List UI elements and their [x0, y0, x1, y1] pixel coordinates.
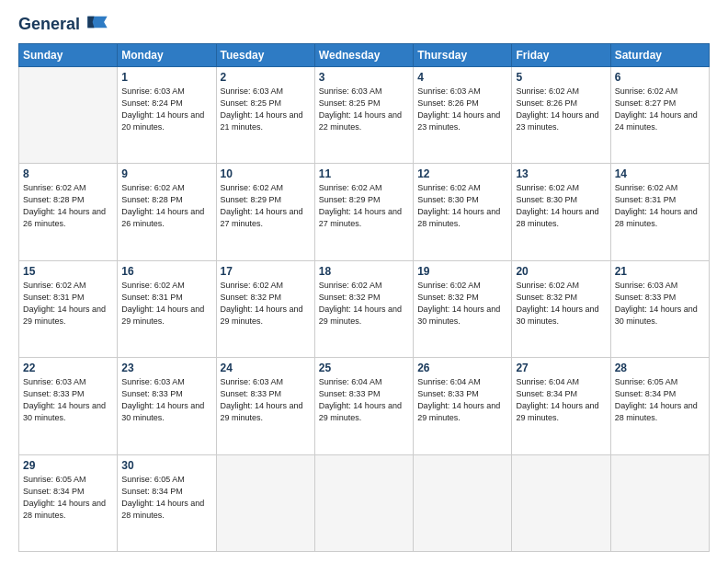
day-number: 25	[319, 362, 409, 374]
day-cell-26: 26 Sunrise: 6:04 AMSunset: 8:33 PMDaylig…	[414, 358, 512, 454]
day-cell-24: 24 Sunrise: 6:03 AMSunset: 8:33 PMDaylig…	[216, 358, 314, 454]
day-cell-14: 14 Sunrise: 6:02 AMSunset: 8:31 PMDaylig…	[610, 164, 709, 260]
day-info: Sunrise: 6:03 AMSunset: 8:26 PMDaylight:…	[417, 86, 507, 133]
day-cell-30: 30 Sunrise: 6:05 AMSunset: 8:34 PMDaylig…	[118, 454, 216, 551]
day-info: Sunrise: 6:03 AMSunset: 8:33 PMDaylight:…	[615, 280, 705, 327]
day-number: 28	[615, 362, 705, 374]
day-cell-19: 19 Sunrise: 6:02 AMSunset: 8:32 PMDaylig…	[414, 260, 512, 357]
col-header-thursday: Thursday	[414, 43, 512, 66]
day-cell-2: 2 Sunrise: 6:03 AMSunset: 8:25 PMDayligh…	[216, 66, 314, 163]
day-info: Sunrise: 6:05 AMSunset: 8:34 PMDaylight:…	[121, 474, 211, 522]
day-number: 9	[121, 167, 211, 180]
calendar-header-row: SundayMondayTuesdayWednesdayThursdayFrid…	[19, 43, 710, 66]
day-number: 27	[516, 362, 606, 374]
day-number: 2	[221, 71, 311, 84]
day-info: Sunrise: 6:05 AMSunset: 8:34 PMDaylight:…	[23, 474, 113, 522]
day-info: Sunrise: 6:02 AMSunset: 8:30 PMDaylight:…	[417, 182, 507, 230]
day-info: Sunrise: 6:02 AMSunset: 8:29 PMDaylight:…	[319, 182, 409, 230]
day-number: 5	[516, 71, 606, 84]
day-cell-17: 17 Sunrise: 6:02 AMSunset: 8:32 PMDaylig…	[216, 260, 314, 357]
week-row-3: 15 Sunrise: 6:02 AMSunset: 8:31 PMDaylig…	[19, 260, 710, 357]
day-number: 18	[319, 265, 409, 278]
day-cell-9: 9 Sunrise: 6:02 AMSunset: 8:28 PMDayligh…	[118, 164, 216, 260]
day-number: 10	[221, 167, 311, 180]
day-info: Sunrise: 6:02 AMSunset: 8:32 PMDaylight:…	[516, 280, 606, 327]
day-cell-21: 21 Sunrise: 6:03 AMSunset: 8:33 PMDaylig…	[610, 260, 709, 357]
header: General	[18, 15, 710, 34]
day-cell-6: 6 Sunrise: 6:02 AMSunset: 8:27 PMDayligh…	[610, 66, 709, 163]
day-cell-29: 29 Sunrise: 6:05 AMSunset: 8:34 PMDaylig…	[19, 454, 118, 551]
week-row-1: 1 Sunrise: 6:03 AMSunset: 8:24 PMDayligh…	[19, 66, 710, 163]
day-info: Sunrise: 6:03 AMSunset: 8:25 PMDaylight:…	[221, 86, 311, 133]
day-number: 14	[615, 167, 705, 180]
day-cell-25: 25 Sunrise: 6:04 AMSunset: 8:33 PMDaylig…	[314, 358, 413, 454]
day-number: 24	[221, 362, 311, 374]
col-header-friday: Friday	[512, 43, 610, 66]
logo-text: General	[18, 15, 110, 34]
day-number: 6	[615, 71, 705, 84]
logo-general: General	[18, 15, 80, 33]
day-info: Sunrise: 6:02 AMSunset: 8:28 PMDaylight:…	[121, 182, 211, 230]
day-number: 22	[23, 362, 113, 374]
day-number: 16	[121, 265, 211, 278]
day-number: 15	[23, 265, 113, 278]
day-cell-10: 10 Sunrise: 6:02 AMSunset: 8:29 PMDaylig…	[216, 164, 314, 260]
empty-cell	[216, 454, 314, 551]
day-number: 8	[23, 167, 113, 180]
day-number: 4	[417, 71, 507, 84]
col-header-sunday: Sunday	[19, 43, 118, 66]
day-cell-22: 22 Sunrise: 6:03 AMSunset: 8:33 PMDaylig…	[19, 358, 118, 454]
calendar-table: SundayMondayTuesdayWednesdayThursdayFrid…	[18, 43, 710, 552]
day-number: 1	[121, 71, 211, 84]
day-info: Sunrise: 6:02 AMSunset: 8:28 PMDaylight:…	[23, 182, 113, 230]
day-number: 29	[23, 459, 113, 472]
day-number: 26	[417, 362, 507, 374]
day-number: 30	[121, 459, 211, 472]
day-number: 13	[516, 167, 606, 180]
day-cell-23: 23 Sunrise: 6:03 AMSunset: 8:33 PMDaylig…	[118, 358, 216, 454]
empty-cell	[512, 454, 610, 551]
week-row-5: 29 Sunrise: 6:05 AMSunset: 8:34 PMDaylig…	[19, 454, 710, 551]
day-info: Sunrise: 6:03 AMSunset: 8:25 PMDaylight:…	[319, 86, 409, 133]
day-info: Sunrise: 6:05 AMSunset: 8:34 PMDaylight:…	[615, 376, 705, 424]
day-info: Sunrise: 6:02 AMSunset: 8:27 PMDaylight:…	[615, 86, 705, 133]
empty-cell	[314, 454, 413, 551]
day-info: Sunrise: 6:02 AMSunset: 8:32 PMDaylight:…	[417, 280, 507, 327]
col-header-wednesday: Wednesday	[314, 43, 413, 66]
day-cell-18: 18 Sunrise: 6:02 AMSunset: 8:32 PMDaylig…	[314, 260, 413, 357]
day-number: 23	[121, 362, 211, 374]
day-info: Sunrise: 6:02 AMSunset: 8:30 PMDaylight:…	[516, 182, 606, 230]
day-cell-5: 5 Sunrise: 6:02 AMSunset: 8:26 PMDayligh…	[512, 66, 610, 163]
day-number: 12	[417, 167, 507, 180]
col-header-tuesday: Tuesday	[216, 43, 314, 66]
day-info: Sunrise: 6:03 AMSunset: 8:33 PMDaylight:…	[121, 376, 211, 424]
day-number: 17	[221, 265, 311, 278]
day-info: Sunrise: 6:02 AMSunset: 8:26 PMDaylight:…	[516, 86, 606, 133]
col-header-saturday: Saturday	[610, 43, 709, 66]
day-cell-1: 1 Sunrise: 6:03 AMSunset: 8:24 PMDayligh…	[118, 66, 216, 163]
day-number: 3	[319, 71, 409, 84]
day-cell-20: 20 Sunrise: 6:02 AMSunset: 8:32 PMDaylig…	[512, 260, 610, 357]
logo: General	[18, 15, 110, 34]
day-info: Sunrise: 6:02 AMSunset: 8:29 PMDaylight:…	[221, 182, 311, 230]
logo-flag-icon	[85, 15, 110, 29]
day-info: Sunrise: 6:03 AMSunset: 8:33 PMDaylight:…	[221, 376, 311, 424]
day-number: 21	[615, 265, 705, 278]
day-info: Sunrise: 6:02 AMSunset: 8:31 PMDaylight:…	[615, 182, 705, 230]
day-info: Sunrise: 6:03 AMSunset: 8:24 PMDaylight:…	[121, 86, 211, 133]
day-info: Sunrise: 6:02 AMSunset: 8:31 PMDaylight:…	[121, 280, 211, 327]
day-cell-13: 13 Sunrise: 6:02 AMSunset: 8:30 PMDaylig…	[512, 164, 610, 260]
empty-cell	[414, 454, 512, 551]
day-cell-27: 27 Sunrise: 6:04 AMSunset: 8:34 PMDaylig…	[512, 358, 610, 454]
day-cell-3: 3 Sunrise: 6:03 AMSunset: 8:25 PMDayligh…	[314, 66, 413, 163]
day-info: Sunrise: 6:02 AMSunset: 8:32 PMDaylight:…	[221, 280, 311, 327]
day-info: Sunrise: 6:04 AMSunset: 8:34 PMDaylight:…	[516, 376, 606, 424]
day-cell-4: 4 Sunrise: 6:03 AMSunset: 8:26 PMDayligh…	[414, 66, 512, 163]
day-number: 11	[319, 167, 409, 180]
empty-cell	[19, 66, 118, 163]
day-cell-15: 15 Sunrise: 6:02 AMSunset: 8:31 PMDaylig…	[19, 260, 118, 357]
day-cell-8: 8 Sunrise: 6:02 AMSunset: 8:28 PMDayligh…	[19, 164, 118, 260]
week-row-4: 22 Sunrise: 6:03 AMSunset: 8:33 PMDaylig…	[19, 358, 710, 454]
week-row-2: 8 Sunrise: 6:02 AMSunset: 8:28 PMDayligh…	[19, 164, 710, 260]
empty-cell	[610, 454, 709, 551]
